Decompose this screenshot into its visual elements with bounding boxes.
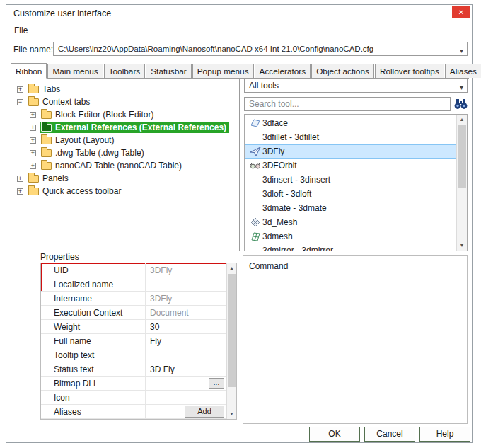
- menu-bar: File: [8, 23, 472, 38]
- tool-item-3dfly[interactable]: 3DFly: [245, 144, 456, 159]
- property-value[interactable]: [146, 277, 226, 291]
- expand-icon[interactable]: +: [30, 125, 36, 131]
- expand-icon[interactable]: +: [17, 86, 23, 93]
- browse-button[interactable]: ...: [209, 378, 224, 389]
- scroll-thumb[interactable]: [458, 125, 466, 188]
- tree-item-label-selected: External References (External References…: [55, 122, 226, 132]
- tree-item-label: .dwg Table (.dwg Table): [55, 148, 144, 158]
- property-value[interactable]: [146, 348, 226, 362]
- tree-item-layout[interactable]: + Layout (Layout): [11, 134, 239, 147]
- tree-item-tabs[interactable]: + Tabs: [11, 83, 239, 96]
- property-value[interactable]: Fly: [146, 334, 226, 348]
- tool-list-scrollbar[interactable]: ▲ ▼: [456, 115, 467, 251]
- tool-item-partial[interactable]: 3dmirror - 3dmirror: [245, 243, 456, 251]
- expand-icon[interactable]: +: [30, 150, 36, 156]
- file-name-label: File name:: [13, 45, 53, 54]
- tree-item-quick-access-toolbar[interactable]: + Quick access toolbar: [11, 185, 239, 197]
- expand-icon[interactable]: +: [30, 137, 36, 144]
- chevron-down-icon[interactable]: ▾: [460, 81, 463, 94]
- file-name-combo[interactable]: C:\Users\lnz20\AppData\Roaming\Nanosoft\…: [53, 42, 468, 56]
- tool-item-3dforbit[interactable]: 3DFOrbit: [245, 159, 456, 173]
- close-icon[interactable]: ✕: [452, 6, 470, 18]
- scroll-down-icon[interactable]: ▼: [227, 409, 236, 419]
- tab-object-actions[interactable]: Object actions: [311, 64, 374, 78]
- ok-button[interactable]: OK: [309, 427, 360, 442]
- property-row-icon[interactable]: Icon: [41, 391, 226, 405]
- tree-item-context-tabs[interactable]: − Context tabs: [11, 96, 239, 108]
- expand-icon[interactable]: +: [30, 112, 36, 118]
- property-row-localized-name[interactable]: Localized name: [41, 277, 226, 292]
- property-name: Aliases: [41, 405, 146, 418]
- tree-item-panels[interactable]: + Panels: [11, 172, 239, 185]
- property-name: Full name: [41, 334, 146, 348]
- tool-item-label: 3dloft - 3dloft: [262, 189, 311, 199]
- tool-filter-combo[interactable]: All tools ▾: [244, 79, 468, 93]
- tool-item-3dinsert[interactable]: 3dinsert - 3dinsert: [245, 173, 456, 187]
- folder-open-icon: [28, 98, 39, 106]
- properties-grid: UID 3DFly Localized name Intername 3DFly…: [40, 263, 237, 420]
- tree-item-dwg-table[interactable]: + .dwg Table (.dwg Table): [11, 147, 239, 159]
- property-row-weight[interactable]: Weight 30: [41, 320, 226, 334]
- tool-item-3dmesh[interactable]: 3dmesh: [245, 229, 456, 243]
- properties-scrollbar[interactable]: ▲ ▼: [226, 263, 236, 419]
- tree-item-external-references[interactable]: + External References (External Referenc…: [11, 121, 239, 134]
- tool-filter-value: All tools: [249, 81, 279, 91]
- property-row-execution-context[interactable]: Execution Context Document: [41, 306, 226, 320]
- scroll-down-icon[interactable]: ▼: [457, 241, 467, 251]
- property-name: UID: [41, 263, 146, 277]
- property-row-status-text[interactable]: Status text 3D Fly: [41, 362, 226, 377]
- collapse-icon[interactable]: −: [17, 99, 23, 105]
- help-button[interactable]: Help: [419, 427, 470, 442]
- tool-item-label: 3dmate - 3dmate: [262, 203, 327, 213]
- chevron-down-icon[interactable]: ▾: [460, 45, 463, 56]
- property-row-uid[interactable]: UID 3DFly: [41, 263, 226, 277]
- property-row-full-name[interactable]: Full name Fly: [41, 334, 226, 348]
- tool-item-3d-mesh[interactable]: 3d_Mesh: [245, 215, 456, 229]
- search-input[interactable]: [244, 97, 451, 111]
- property-row-aliases[interactable]: Aliases Add: [41, 405, 226, 419]
- expand-icon[interactable]: +: [30, 163, 36, 169]
- tree-item-nanocad-table[interactable]: + nanoCAD Table (nanoCAD Table): [11, 159, 239, 172]
- property-value[interactable]: [146, 391, 226, 404]
- scroll-up-icon[interactable]: ▲: [457, 115, 467, 125]
- scroll-thumb[interactable]: [228, 274, 236, 387]
- property-value[interactable]: Document: [146, 306, 226, 319]
- tool-item-3dloft[interactable]: 3dloft - 3dloft: [245, 187, 456, 201]
- cancel-button[interactable]: Cancel: [364, 427, 415, 442]
- property-row-tooltip-text[interactable]: Tooltip text: [41, 348, 226, 362]
- tree-item-block-editor[interactable]: + Block Editor (Block Editor): [11, 108, 239, 121]
- property-row-bitmap-dll[interactable]: Bitmap DLL ...: [41, 377, 226, 391]
- tree-item-label: Layout (Layout): [55, 135, 114, 145]
- property-row-intername[interactable]: Intername 3DFly: [41, 292, 226, 306]
- orbit-glasses-icon: [248, 160, 262, 171]
- command-panel[interactable]: Command: [243, 255, 468, 424]
- tool-list: 3dface 3dfillet - 3dfillet 3DFly 3DFOrbi…: [244, 114, 468, 251]
- tab-accelerators[interactable]: Accelerators: [255, 64, 311, 78]
- tool-item-3dmate[interactable]: 3dmate - 3dmate: [245, 201, 456, 215]
- add-alias-button[interactable]: Add: [185, 406, 224, 418]
- tab-main-menus[interactable]: Main menus: [47, 64, 103, 78]
- property-value[interactable]: 3DFly: [146, 263, 226, 277]
- tab-popup-menus[interactable]: Popup menus: [192, 64, 254, 78]
- property-value[interactable]: 30: [146, 320, 226, 333]
- title-bar: Customize user interface ✕: [6, 5, 472, 22]
- tree-item-label: nanoCAD Table (nanoCAD Table): [55, 161, 182, 171]
- scroll-up-icon[interactable]: ▲: [227, 263, 236, 273]
- menu-file[interactable]: File: [8, 23, 34, 38]
- property-value[interactable]: 3DFly: [146, 292, 226, 305]
- tab-aliases[interactable]: Aliases: [445, 64, 481, 78]
- tab-toolbars[interactable]: Toolbars: [104, 64, 146, 78]
- tab-rollover-tooltips[interactable]: Rollover tooltips: [375, 64, 444, 78]
- tool-item-3dfillet[interactable]: 3dfillet - 3dfillet: [245, 130, 456, 144]
- property-value[interactable]: 3D Fly: [146, 362, 226, 376]
- tab-statusbar[interactable]: Statusbar: [146, 64, 192, 78]
- expand-icon[interactable]: +: [17, 176, 23, 182]
- tree-item-label: Block Editor (Block Editor): [55, 110, 153, 120]
- property-name: Intername: [41, 292, 146, 305]
- tool-item-3dface[interactable]: 3dface: [245, 116, 456, 130]
- expand-icon[interactable]: +: [17, 188, 23, 195]
- search-binoculars-icon[interactable]: [453, 97, 468, 111]
- tool-item-label-selected: 3DFly: [262, 147, 284, 156]
- tab-ribbon[interactable]: Ribbon: [11, 63, 47, 79]
- folder-icon: [28, 86, 39, 93]
